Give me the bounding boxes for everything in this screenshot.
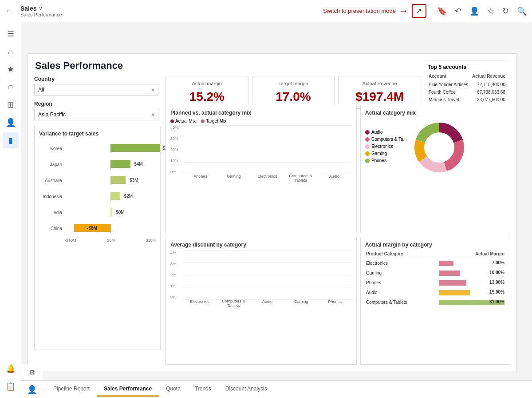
apps-icon[interactable]: ⊞ xyxy=(3,97,19,113)
computers-label: Computers & Ta... xyxy=(371,137,407,142)
margin-col-value: Actual Margin xyxy=(439,251,504,258)
planned-actual-title: Planned vs. actual category mix xyxy=(170,110,352,116)
left-panel: Country All ▿ Region Asia Pacific ▿ xyxy=(34,76,161,365)
category-mix-chart: 0%10%20%30%40% xyxy=(170,125,352,183)
margin-bar-fill-1 xyxy=(439,261,453,266)
variance-row-japan: Japan $4M xyxy=(39,158,156,171)
table-row: Audio 15.00% xyxy=(366,288,504,297)
margin-bar-fill-2 xyxy=(439,271,460,276)
legend-target-mix-label: Target Mix xyxy=(206,119,226,123)
margin-col-category: Product Category xyxy=(366,251,438,258)
target-mix-dot xyxy=(201,119,205,123)
variance-row-indonesia: Indonesia $2M xyxy=(39,190,156,203)
refresh-icon[interactable]: ↻ xyxy=(502,6,509,16)
reports-icon[interactable]: ▮ xyxy=(3,132,19,148)
phones-label: Phones xyxy=(371,158,386,163)
margin-bar-5: 31.00% xyxy=(439,298,504,307)
margin-val-5: 31.00% xyxy=(489,299,504,304)
margin-val-2: 10.00% xyxy=(489,270,504,275)
legend-actual-mix-label: Actual Mix xyxy=(175,119,196,123)
user-icon-bottom[interactable]: 👤 xyxy=(21,380,43,398)
tab-trends[interactable]: Trends xyxy=(188,382,218,397)
donut-content: Audio Computers & Ta... Electronics xyxy=(365,119,505,176)
topbar-icons: 🔖 ↶ 👤 ☆ ↻ 🔍 xyxy=(437,6,527,16)
sidebar: ☰ ⌂ ★ □ ⊞ 👤 ▮ 🔔 📋 xyxy=(0,22,21,398)
table-row: Fourth Coffee 67,738,033.68 xyxy=(429,89,505,96)
tab-discount-analysis[interactable]: Discount Analysis xyxy=(218,382,274,397)
top5-revenue-2: 67,738,033.68 xyxy=(471,89,505,96)
home-icon[interactable]: ⌂ xyxy=(3,44,19,60)
donut-legend: Audio Computers & Ta... Electronics xyxy=(365,130,407,165)
table-row: Computers & Tablets 31.00% xyxy=(366,298,504,307)
settings-icon[interactable]: 📋 xyxy=(3,378,19,394)
table-row: Electronics 7.00% xyxy=(366,259,504,268)
presentation-arrow-icon: → xyxy=(399,6,408,16)
region-dropdown-icon: ▿ xyxy=(152,111,154,118)
electronics-label: Electronics xyxy=(371,144,393,149)
variance-axis-neg: -$10M xyxy=(65,238,76,243)
right-charts-area: Planned vs. actual category mix Actual M… xyxy=(166,105,510,365)
variance-row-india: India $0M xyxy=(39,206,156,219)
user-avatar-icon: 👤 xyxy=(27,385,37,394)
tab-pipeline-report[interactable]: Pipeline Report xyxy=(46,382,97,397)
notifications-icon[interactable]: 🔔 xyxy=(3,361,19,377)
gear-icon: ⚙ xyxy=(29,368,35,377)
variance-row-korea: Korea $11M xyxy=(39,142,156,155)
country-value: All xyxy=(38,87,44,93)
people-icon[interactable]: 👤 xyxy=(3,115,19,131)
settings-icon-bottom[interactable]: ⚙ xyxy=(21,364,43,380)
back-button[interactable]: ← xyxy=(5,6,13,16)
margin-cat-5: Computers & Tablets xyxy=(366,298,438,307)
presentation-mode-button[interactable]: ➚ xyxy=(412,4,426,18)
donut-chart xyxy=(410,119,468,176)
country-dropdown-icon: ▿ xyxy=(152,87,154,93)
top5-account-3: Margie s Travel xyxy=(429,96,470,103)
top5-col-revenue: Actual Revenue xyxy=(471,74,505,80)
margin-bar-4: 15.00% xyxy=(439,288,504,297)
title-dropdown-icon[interactable]: ∨ xyxy=(39,5,43,12)
kpi-target-margin-value: 17.0% xyxy=(259,90,328,104)
y-axis-labels: 0%10%20%30%40% xyxy=(170,125,181,174)
table-row: Phones 13.00% xyxy=(366,279,504,287)
table-row: Blue Yonder Airlines 72,110,400.00 xyxy=(429,81,505,88)
chart-grid xyxy=(183,125,352,174)
undo-icon[interactable]: ↶ xyxy=(455,6,461,16)
tab-sales-performance[interactable]: Sales Performance xyxy=(97,382,159,397)
bookmark-icon[interactable]: 🔖 xyxy=(437,6,447,16)
margin-bar-3: 13.00% xyxy=(439,279,504,287)
dashboard: Sales Performance Country All ▿ Region A… xyxy=(28,53,517,371)
hamburger-menu-icon[interactable]: ☰ xyxy=(3,26,19,42)
table-row: Gaming 10.00% xyxy=(366,269,504,278)
discount-bars-area xyxy=(183,251,352,299)
region-select[interactable]: Asia Pacific ▿ xyxy=(34,109,158,120)
category-mix-legend: Actual Mix Target Mix xyxy=(170,119,352,123)
recent-icon[interactable]: □ xyxy=(3,79,19,95)
actual-margin-panel: Actual margin by category Product Catego… xyxy=(360,237,510,365)
discount-y-axis: 0%1%2%3%4% xyxy=(170,251,181,299)
kpi-target-margin-label: Target margin xyxy=(259,81,328,86)
top5-col-account: Account xyxy=(429,74,470,80)
favorites-icon[interactable]: ★ xyxy=(3,61,19,77)
country-select[interactable]: All ▿ xyxy=(34,84,158,96)
margin-bar-2: 10.00% xyxy=(439,269,504,278)
country-label: Country xyxy=(34,76,161,82)
legend-target-mix: Target Mix xyxy=(201,119,226,123)
person-plus-icon[interactable]: 👤 xyxy=(469,6,479,16)
audio-label: Audio xyxy=(371,130,383,135)
presentation-mode-text: Switch to presentation mode xyxy=(323,8,396,14)
margin-val-4: 15.00% xyxy=(489,290,504,295)
top5-title: Top 5 accounts xyxy=(428,64,506,70)
variance-chart-panel: Variance to target sales Korea $11M xyxy=(34,126,161,350)
tab-quota[interactable]: Quota xyxy=(159,382,188,397)
report-title: Sales ∨ Sales Performance xyxy=(20,5,62,17)
audio-dot xyxy=(365,130,370,135)
gaming-dot xyxy=(365,151,370,156)
search-icon[interactable]: 🔍 xyxy=(517,6,527,16)
margin-cat-1: Electronics xyxy=(366,259,438,268)
charts-row-2: Average discount by category 0%1%2%3%4% xyxy=(166,237,510,365)
star-icon[interactable]: ☆ xyxy=(487,6,494,16)
margin-val-1: 7.00% xyxy=(492,260,504,265)
margin-cat-3: Phones xyxy=(366,279,438,287)
planned-vs-actual-panel: Planned vs. actual category mix Actual M… xyxy=(166,105,357,233)
kpi-actual-revenue: Actual Revenue $197.4M xyxy=(338,76,421,109)
